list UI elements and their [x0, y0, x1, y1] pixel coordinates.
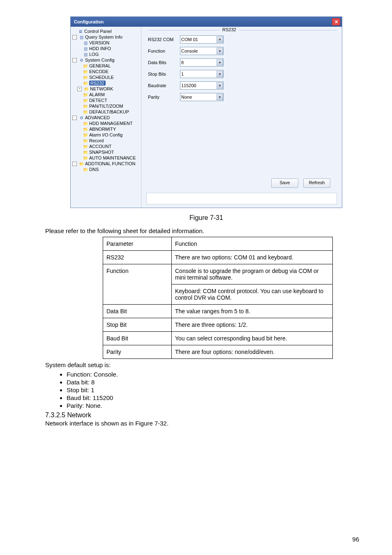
expander-icon[interactable]: + [77, 87, 82, 91]
folder-icon: 📁 [84, 86, 89, 91]
tree-item[interactable]: 📁ENCODE [72, 69, 140, 74]
gear-icon: ⚙ [79, 115, 84, 120]
chevron-down-icon: ▼ [217, 94, 223, 100]
tree-label: Query System Info [85, 35, 122, 39]
setting-dropdown[interactable]: Console▼ [180, 47, 224, 55]
status-box [146, 193, 337, 204]
table-row: ParityThere are four options: none/odd/e… [103, 345, 333, 359]
tree-item[interactable]: -▥Query System Info [72, 34, 140, 40]
fieldset-label: RS232 [220, 27, 239, 32]
tree-label: HDD MANAGEMENT [89, 121, 133, 126]
tree-item[interactable]: -⚙ADVANCED [72, 115, 140, 120]
setting-row: ParityNone▼ [148, 93, 337, 101]
tree-item[interactable]: 📁DNS [72, 166, 140, 172]
settings-panel: RS232 RS232 COMCOM 01▼FunctionConsole▼Da… [141, 27, 342, 208]
tree-label: DETECT [89, 98, 107, 103]
dropdown-value: Console [181, 49, 198, 53]
cell-param: RS232 [103, 251, 172, 264]
table-row: FunctionConsole is to upgrade the progra… [103, 264, 333, 284]
tree-label: ADVANCED [85, 115, 110, 120]
setting-row: Data Bits8▼ [148, 58, 337, 67]
dropdown-value: None [181, 95, 192, 99]
folder-icon: 📁 [83, 109, 88, 114]
list-item: Baud bit: 115200 [67, 394, 367, 401]
tree-label: NETWORK [90, 86, 113, 91]
tree-item[interactable]: +📁NETWORK [72, 86, 140, 92]
tree-item[interactable]: 📁HDD MANAGEMENT [72, 120, 140, 126]
list-item: Function: Console. [67, 371, 367, 378]
tree-item[interactable]: ▥HDD INFO [72, 46, 140, 51]
setting-label: Data Bits [148, 60, 180, 65]
dropdown-value: COM 01 [181, 37, 198, 42]
folder-icon: 📁 [83, 98, 88, 103]
expander-icon[interactable]: - [72, 58, 77, 62]
setting-dropdown[interactable]: None▼ [180, 93, 224, 101]
tree-label: DNS [89, 167, 99, 172]
tree-item[interactable]: ▥LOG [72, 51, 140, 57]
tree-label: ACCOUNT [89, 144, 111, 149]
setting-label: Stop Bits [148, 72, 180, 76]
parameter-table: Parameter Function RS232There are two op… [103, 237, 333, 359]
setting-row: FunctionConsole▼ [148, 47, 337, 55]
folder-icon: 📁 [83, 75, 88, 80]
cell-func: Console is to upgrade the program or deb… [172, 264, 333, 284]
cell-func: There are two options: COM 01 and keyboa… [172, 251, 333, 264]
tree-item[interactable]: -📁ADDTIONAL FUNCTION [72, 161, 140, 166]
tree-item[interactable]: 📁RS232 [72, 80, 140, 86]
expander-icon[interactable]: - [72, 116, 77, 120]
tree-label: ABNORMITY [89, 127, 116, 132]
tree-item[interactable]: 📁Alarm I/O Config [72, 132, 140, 138]
tree-item[interactable]: 📁DEFAULT/BACKUP [72, 109, 140, 115]
header-function: Function [172, 237, 333, 251]
folder-icon: 📁 [83, 144, 88, 149]
tree-item[interactable]: 📁ACCOUNT [72, 143, 140, 149]
tree-item[interactable]: 📁ABNORMITY [72, 126, 140, 132]
tree-item[interactable]: 📁PAN/TILT/ZOOM [72, 103, 140, 109]
tree-label: AUTO MAINTENANCE [89, 155, 136, 160]
save-button[interactable]: Save [271, 178, 298, 188]
cell-func: There are four options: none/odd/even. [172, 345, 333, 359]
tree-item[interactable]: 📁SNAPSHOT [72, 149, 140, 155]
cell-param: Baud Bit [103, 332, 172, 345]
tree-item[interactable]: 📁SCHEDULE [72, 74, 140, 80]
defaults-intro: System default setup is: [45, 361, 367, 368]
tree-item[interactable]: 📁GENERAL [72, 63, 140, 69]
tree-item[interactable]: 📁AUTO MAINTENANCE [72, 155, 140, 161]
setting-label: RS232 COM [148, 37, 180, 42]
tree-item[interactable]: 🖥Control Panel [72, 28, 140, 34]
folder-icon: 📁 [79, 161, 84, 166]
expander-icon[interactable]: - [72, 35, 77, 39]
table-row: Data BitThe value ranges from 5 to 8. [103, 305, 333, 318]
tree-label: LOG [89, 52, 99, 57]
intro-text: Please refer to the following sheet for … [45, 227, 367, 234]
dropdown-value: 115200 [181, 83, 196, 88]
table-row: Stop BitThere are three options: 1/2. [103, 318, 333, 332]
cell-func: There are three options: 1/2. [172, 318, 333, 332]
tree-item[interactable]: ▥VERSION [72, 40, 140, 46]
tree-label: VERSION [89, 40, 110, 45]
cell-func: The value ranges from 5 to 8. [172, 305, 333, 318]
folder-icon: 📁 [83, 167, 88, 172]
setting-dropdown[interactable]: 1▼ [180, 70, 224, 78]
tree-item[interactable]: 📁DETECT [72, 97, 140, 103]
cell-func: You can select corresponding baud bit he… [172, 332, 333, 345]
tree-label: SNAPSHOT [89, 150, 114, 155]
expander-icon[interactable]: - [72, 162, 77, 166]
setting-dropdown[interactable]: 115200▼ [180, 81, 224, 90]
cell-param: Parity [103, 345, 172, 359]
button-row: Save Refresh [271, 178, 330, 188]
table-row: Baud BitYou can select corresponding bau… [103, 332, 333, 345]
tree-item[interactable]: 📁ALARM [72, 92, 140, 97]
tree-item[interactable]: -⚙System Config [72, 57, 140, 63]
setting-dropdown[interactable]: COM 01▼ [180, 35, 224, 44]
close-button[interactable]: ✕ [332, 18, 340, 25]
folder-icon: 📁 [83, 69, 88, 74]
rs232-fieldset: RS232 RS232 COMCOM 01▼FunctionConsole▼Da… [148, 30, 337, 109]
setting-dropdown[interactable]: 8▼ [180, 58, 224, 67]
window-body: 🖥Control Panel-▥Query System Info▥VERSIO… [71, 27, 342, 208]
refresh-button[interactable]: Refresh [303, 178, 330, 188]
setting-row: Baudrate115200▼ [148, 81, 337, 90]
tree-item[interactable]: 📁Record [72, 138, 140, 143]
list-item: Parity: None. [67, 402, 367, 409]
section-text: Network interface is shown as in Figure … [45, 420, 367, 427]
